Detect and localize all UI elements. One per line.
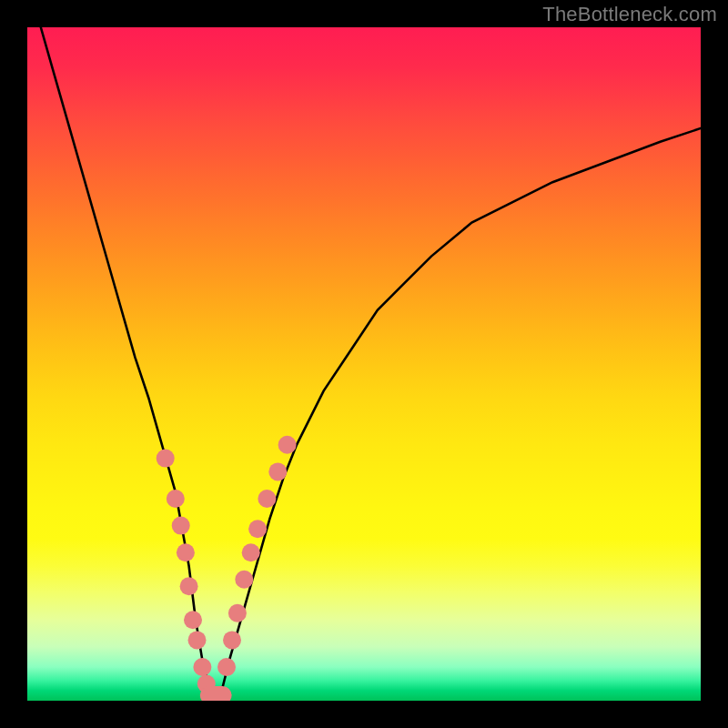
marker-dot [278,436,297,454]
marker-dot [188,631,207,649]
watermark-text: TheBottleneck.com [542,3,717,26]
marker-dot [248,520,267,538]
marker-dot [223,631,241,649]
curve-markers [157,436,297,695]
marker-dot [242,543,260,561]
marker-dot [177,543,195,561]
marker-dot [235,571,253,589]
marker-dot [167,490,185,508]
bottleneck-curve [41,27,701,698]
marker-dot [157,450,175,468]
chart-svg [27,27,701,701]
marker-dot [217,658,236,676]
chart-frame: TheBottleneck.com [0,0,728,728]
marker-dot [193,658,211,676]
marker-dot [184,611,202,629]
marker-dot [180,577,198,595]
marker-dot [228,604,247,622]
marker-dot [172,517,190,535]
marker-dot [268,462,287,480]
plot-area [27,27,701,701]
marker-dot [258,490,276,508]
